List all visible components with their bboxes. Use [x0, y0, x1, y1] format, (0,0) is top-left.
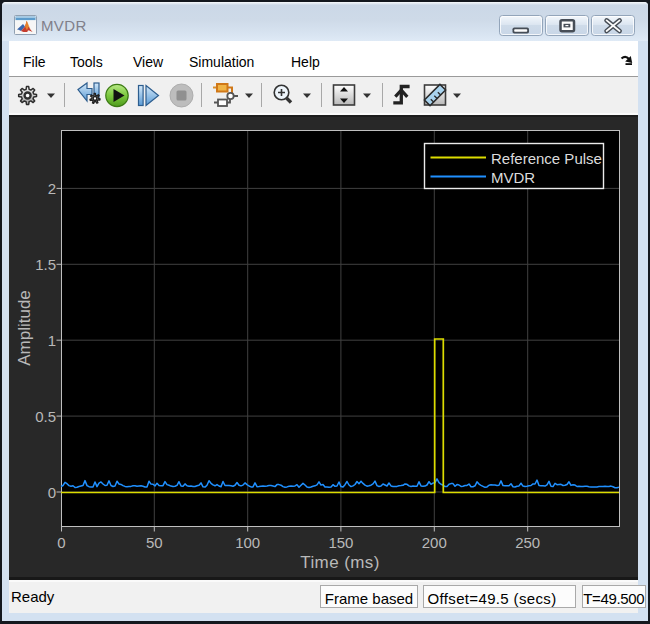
svg-text:1: 1: [48, 332, 56, 349]
svg-text:MVDR: MVDR: [491, 169, 535, 186]
svg-text:150: 150: [328, 534, 353, 551]
svg-text:250: 250: [515, 534, 540, 551]
svg-text:0: 0: [48, 484, 56, 501]
svg-text:0.5: 0.5: [35, 408, 56, 425]
svg-text:Time (ms): Time (ms): [300, 553, 379, 572]
svg-text:100: 100: [235, 534, 260, 551]
svg-text:0: 0: [57, 534, 65, 551]
svg-text:200: 200: [422, 534, 447, 551]
svg-text:1.5: 1.5: [35, 256, 56, 273]
svg-text:Reference Pulse: Reference Pulse: [491, 150, 602, 167]
svg-text:Amplitude: Amplitude: [15, 290, 34, 366]
svg-text:2: 2: [48, 180, 56, 197]
svg-text:50: 50: [146, 534, 163, 551]
